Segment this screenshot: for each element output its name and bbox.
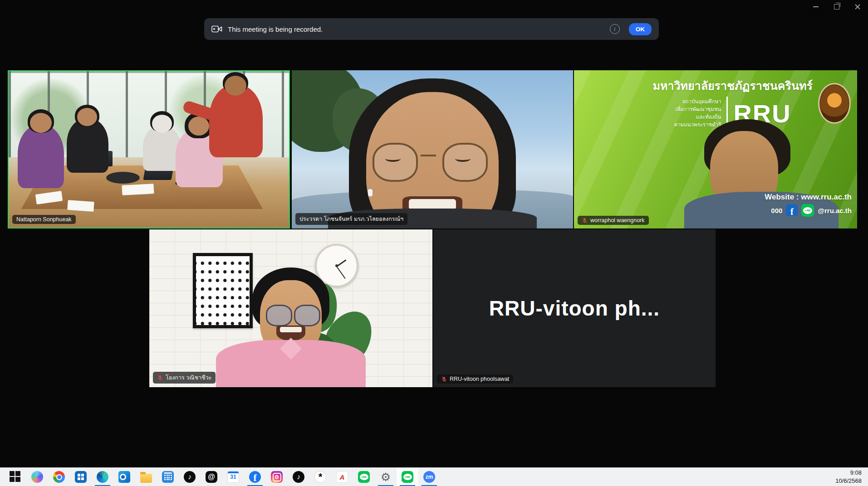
clock-date: 10/6/2568: [835, 477, 862, 485]
paper: [67, 200, 94, 212]
facebook-glyph: f: [790, 207, 794, 216]
taskbar-clock[interactable]: 9:08 10/6/2568: [835, 469, 868, 485]
windows-start-icon: [10, 471, 21, 483]
gear-glyph: ⚙: [381, 471, 391, 483]
settings-gear-icon: ⚙: [380, 471, 392, 483]
taskbar-outlook[interactable]: [113, 468, 135, 486]
participant-name: ประวรดา โภชนจันทร์ มรภ.วไลยอลงกรณ์ฯ: [299, 214, 403, 224]
eyeglasses-right: [442, 143, 488, 182]
name-label: โองการ วณิชาชีวะ: [153, 372, 216, 384]
motto-line: ตามแนวพระราชดำริ: [674, 121, 721, 129]
taskbar-settings[interactable]: ⚙: [375, 468, 397, 486]
participant-name: โองการ วณิชาชีวะ: [166, 373, 211, 382]
taskbar-start-button[interactable]: [5, 468, 26, 486]
eye: [455, 156, 471, 162]
rru-motto: สถาบันอุดมศึกษา เพื่อการพัฒนาชุมชน และท้…: [674, 98, 721, 129]
line-icon: LINE: [801, 204, 814, 217]
heart-art-frame: [193, 253, 253, 328]
gcal-day: 31: [230, 474, 236, 480]
line-glyph: LINE: [803, 207, 812, 214]
acrobat-icon: A: [336, 471, 348, 483]
taskbar-tiktok[interactable]: ♪: [179, 468, 201, 486]
person-silhouette-purple: [18, 125, 64, 188]
taskbar-instagram[interactable]: [266, 468, 288, 486]
taskbar-line-2[interactable]: LINE: [397, 468, 418, 486]
rru-emblem: [818, 83, 851, 124]
eyeglasses-left: [373, 143, 418, 182]
eye: [385, 156, 401, 162]
taskbar-facebook[interactable]: f: [244, 468, 266, 486]
muted-mic-icon: [157, 375, 163, 381]
zoom-app-icon: zm: [423, 471, 435, 483]
person-silhouette-black: [67, 118, 108, 173]
taskbar-google-calendar[interactable]: 31: [222, 468, 244, 486]
acrobat-glyph: A: [340, 473, 345, 481]
file-explorer-icon: [140, 474, 152, 483]
pink-shirt: [216, 340, 366, 387]
motto-line: สถาบันอุดมศึกษา: [682, 98, 721, 106]
outlook-icon: [118, 471, 130, 483]
line-glyph: LINE: [360, 474, 368, 480]
restore-button[interactable]: [826, 0, 847, 14]
copilot-icon: [31, 471, 43, 483]
chrome-icon: [53, 471, 65, 483]
taskbar-edge[interactable]: [92, 468, 113, 486]
recording-banner: This meeting is being recorded. i OK: [204, 18, 659, 40]
participant-display-name-large: RRU-vitoon ph...: [433, 229, 716, 387]
video-tile-nattaporn[interactable]: Nattaporn Sonphueak: [8, 70, 290, 228]
rru-university-title: มหาวิทยาลัยราชภัฏราชนครินทร์: [652, 77, 813, 95]
eyeglasses-bridge: [421, 155, 436, 156]
taskbar-calendar[interactable]: [157, 468, 179, 486]
threads-icon: @: [206, 471, 217, 483]
tiktok-icon: ♪: [184, 471, 196, 483]
rru-social-prefix: 000: [771, 207, 782, 214]
name-label: ประวรดา โภชนจันทร์ มรภ.วไลยอลงกรณ์ฯ: [295, 213, 407, 225]
chatgpt-icon: *: [314, 471, 326, 483]
video-tile-worraphol[interactable]: มหาวิทยาลัยราชภัฏราชนครินทร์ สถาบันอุดมศ…: [574, 70, 857, 228]
google-calendar-icon: 31: [227, 471, 239, 483]
taskbar-chatgpt[interactable]: *: [309, 468, 331, 486]
rru-social-handle: @rru.ac.th: [818, 207, 852, 214]
taskbar-zoom[interactable]: zm: [418, 468, 440, 486]
edge-icon: [97, 471, 108, 483]
taskbar-file-explorer[interactable]: [135, 468, 157, 486]
participant-name: RRU-vitoon phoolsawat: [450, 376, 509, 382]
info-icon[interactable]: i: [610, 24, 620, 34]
video-tile-ongkarn[interactable]: โองการ วณิชาชีวะ: [149, 229, 432, 387]
taskbar-tiktok-2[interactable]: ♪: [288, 468, 309, 486]
calendar-icon: [162, 471, 174, 483]
name-label: Nattaporn Sonphueak: [12, 215, 76, 224]
recording-banner-text: This meeting is being recorded.: [228, 25, 323, 33]
taskbar-acrobat[interactable]: A: [331, 468, 353, 486]
facebook-glyph: f: [254, 473, 257, 483]
info-glyph: i: [614, 26, 615, 33]
minimize-icon: [813, 6, 819, 7]
motto-line: เพื่อการพัฒนาชุมชน: [675, 106, 721, 113]
restore-icon: [834, 4, 839, 10]
zoom-glyph: zm: [426, 474, 433, 480]
close-icon: [855, 4, 860, 10]
tiktok-glyph: ♪: [188, 473, 191, 481]
paper: [122, 184, 154, 195]
taskbar-threads[interactable]: @: [201, 468, 222, 486]
tiktok-glyph: ♪: [297, 473, 300, 481]
taskbar-chrome[interactable]: [48, 468, 70, 486]
participant-name: worraphol waengnork: [590, 217, 645, 224]
muted-mic-icon: [441, 376, 447, 382]
video-tile-pravarada[interactable]: ประวรดา โภชนจันทร์ มรภ.วไลยอลงกรณ์ฯ: [292, 70, 573, 228]
taskbar-microsoft-store[interactable]: [70, 468, 92, 486]
ok-button[interactable]: OK: [629, 23, 652, 35]
facebook-icon: f: [786, 204, 798, 216]
eyeglasses-right: [294, 305, 320, 326]
taskbar-line[interactable]: LINE: [353, 468, 375, 486]
person-silhouette-red-standing: [209, 85, 263, 157]
close-button[interactable]: [847, 0, 868, 14]
line-icon: LINE: [402, 471, 413, 483]
instagram-icon: [271, 471, 283, 483]
minimize-button[interactable]: [805, 0, 826, 14]
taskbar-copilot[interactable]: [26, 468, 48, 486]
participant-name: Nattaporn Sonphueak: [16, 216, 72, 223]
recording-camera-icon: [211, 25, 222, 33]
line-glyph: LINE: [403, 474, 412, 480]
video-tile-rru-vitoon[interactable]: RRU-vitoon ph... RRU-vitoon phoolsawat: [433, 229, 716, 387]
